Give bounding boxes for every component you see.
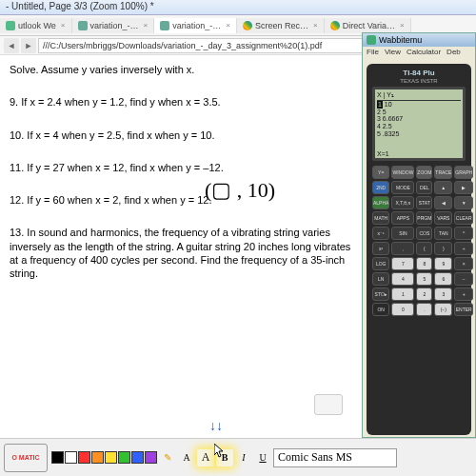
- key-3[interactable]: 3: [434, 288, 452, 301]
- text-size-large[interactable]: A: [197, 449, 214, 466]
- key-5[interactable]: 5: [416, 272, 432, 286]
- swatch-orange[interactable]: [91, 451, 104, 464]
- menu-view[interactable]: View: [385, 48, 401, 59]
- key-inv[interactable]: x⁻¹: [372, 227, 389, 240]
- key-2nd[interactable]: 2ND: [372, 181, 389, 194]
- wabbitemu-window[interactable]: Wabbitemu File View Calculator Deb TI-84…: [362, 32, 476, 438]
- close-icon[interactable]: ×: [61, 21, 66, 30]
- key-9[interactable]: 9: [434, 257, 452, 270]
- menu-calculator[interactable]: Calculator: [407, 48, 441, 59]
- pen-tool[interactable]: ✎: [159, 449, 176, 466]
- key-dot[interactable]: .: [416, 303, 432, 316]
- tab-screen-rec[interactable]: Screen Rec…×: [237, 18, 325, 33]
- font-select[interactable]: [273, 448, 397, 467]
- text-size-small[interactable]: A: [178, 449, 195, 466]
- swatch-black[interactable]: [51, 451, 64, 464]
- key-tan[interactable]: TAN: [434, 227, 452, 240]
- recording-indicator[interactable]: [314, 394, 343, 415]
- key-8[interactable]: 8: [416, 257, 432, 270]
- key-zoom[interactable]: ZOOM: [416, 166, 432, 179]
- key-div[interactable]: ÷: [454, 242, 473, 255]
- emu-title-bar[interactable]: Wabbitemu: [363, 33, 475, 47]
- key-pow[interactable]: ^: [454, 227, 473, 240]
- tab-icon: [330, 21, 340, 30]
- key-log[interactable]: LOG: [372, 257, 389, 270]
- key-add[interactable]: +: [454, 288, 473, 301]
- question-13: 13. In sound and harmonics, the frequenc…: [10, 226, 352, 280]
- key-4[interactable]: 4: [391, 272, 414, 286]
- close-icon[interactable]: ×: [313, 21, 318, 30]
- key-sq[interactable]: x²: [372, 242, 389, 255]
- key-lparen[interactable]: (: [416, 242, 432, 255]
- key-clear[interactable]: CLEAR: [454, 211, 473, 225]
- key-alpha[interactable]: ALPHA: [372, 196, 389, 209]
- bold-button[interactable]: B: [216, 449, 233, 466]
- key-sin[interactable]: SIN: [391, 227, 414, 240]
- key-trace[interactable]: TRACE: [434, 166, 452, 179]
- screen-footer: X=1: [377, 150, 389, 157]
- key-math[interactable]: MATH: [372, 211, 389, 225]
- tab-variation-1[interactable]: variation_-…×: [72, 18, 155, 33]
- key-1[interactable]: 1: [391, 288, 414, 301]
- key-sto[interactable]: STO▸: [372, 288, 389, 301]
- key-prgm[interactable]: PRGM: [416, 211, 432, 225]
- underline-button[interactable]: U: [254, 449, 271, 466]
- key-down[interactable]: ▼: [454, 196, 473, 209]
- key-sub[interactable]: −: [454, 272, 473, 286]
- key-y[interactable]: Y=: [372, 166, 389, 179]
- handwritten-annotation: (▢ , 10): [205, 177, 275, 205]
- calc-screen: X | Y₁ 1 10 2 5 3 6.6667 4 2.5 5 .8325 X…: [372, 87, 466, 161]
- key-vars[interactable]: VARS: [434, 211, 452, 225]
- tab-icon: [78, 21, 88, 30]
- forward-button[interactable]: ►: [21, 38, 36, 53]
- key-cos[interactable]: COS: [416, 227, 432, 240]
- key-mul[interactable]: ×: [454, 257, 473, 270]
- key-7[interactable]: 7: [391, 257, 414, 270]
- key-2[interactable]: 2: [416, 288, 432, 301]
- menu-debug[interactable]: Deb: [446, 48, 461, 59]
- swatch-yellow[interactable]: [105, 451, 117, 464]
- key-left[interactable]: ◀: [434, 196, 452, 209]
- tab-direct-var[interactable]: Direct Varia…×: [325, 18, 411, 33]
- key-neg[interactable]: (−): [434, 303, 452, 316]
- back-button[interactable]: ◄: [4, 38, 19, 53]
- key-mode[interactable]: MODE: [391, 181, 414, 194]
- tab-outlook[interactable]: utlook We×: [0, 18, 72, 33]
- key-del[interactable]: DEL: [416, 181, 432, 194]
- emu-icon: [367, 35, 376, 45]
- arrows-annotation: ↓↓: [209, 417, 223, 434]
- menu-file[interactable]: File: [367, 48, 379, 59]
- key-rparen[interactable]: ): [434, 242, 452, 255]
- key-xt[interactable]: X,T,θ,n: [391, 196, 414, 209]
- close-icon[interactable]: ×: [226, 21, 230, 30]
- tab-variation-2[interactable]: variation_-…×: [154, 18, 237, 33]
- key-apps[interactable]: APPS: [391, 211, 414, 225]
- key-up[interactable]: ▲: [434, 181, 452, 194]
- italic-button[interactable]: I: [235, 449, 252, 466]
- instruction-text: Solve. Assume y varies inversely with x.: [10, 63, 352, 76]
- document-viewer[interactable]: Solve. Assume y varies inversely with x.…: [0, 55, 362, 438]
- key-0[interactable]: 0: [391, 303, 414, 316]
- calc-model: TI-84 Plu: [370, 68, 467, 78]
- key-stat[interactable]: STAT: [416, 196, 432, 209]
- color-swatches: [51, 451, 157, 464]
- key-6[interactable]: 6: [434, 272, 452, 286]
- close-icon[interactable]: ×: [400, 21, 405, 30]
- key-comma[interactable]: ,: [391, 242, 414, 255]
- swatch-red[interactable]: [78, 451, 90, 464]
- key-window[interactable]: WINDOW: [391, 166, 414, 179]
- screen-header: X | Y₁: [377, 91, 461, 101]
- close-icon[interactable]: ×: [144, 21, 149, 30]
- swatch-white[interactable]: [65, 451, 77, 464]
- question-9: 9. If x = 2.4 when y = 1.2, find y when …: [10, 95, 352, 109]
- swatch-purple[interactable]: [145, 451, 157, 464]
- key-ln[interactable]: LN: [372, 272, 389, 286]
- emu-menu-bar: File View Calculator Deb: [363, 47, 475, 60]
- key-graph[interactable]: GRAPH: [454, 166, 473, 179]
- swatch-blue[interactable]: [131, 451, 144, 464]
- swatch-green[interactable]: [118, 451, 130, 464]
- key-enter[interactable]: ENTER: [454, 303, 473, 316]
- key-on[interactable]: ON: [372, 303, 389, 316]
- screencast-logo-button[interactable]: O MATIC: [4, 444, 48, 472]
- key-right[interactable]: ▶: [454, 181, 473, 194]
